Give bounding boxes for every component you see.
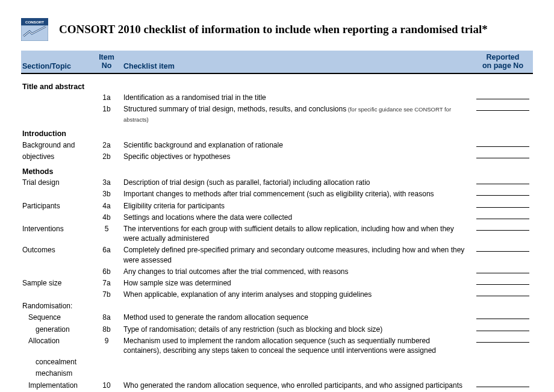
- row-description: Type of randomisation; details of any re…: [119, 325, 473, 334]
- table-row: 7bWhen applicable, explanation of any in…: [21, 289, 533, 300]
- table-row: generation8bType of randomisation; detai…: [21, 323, 533, 335]
- row-description: Structured summary of trial design, meth…: [119, 104, 473, 123]
- section-heading: Methods: [21, 163, 533, 177]
- header-reported: Reportedon page No: [473, 53, 533, 70]
- row-topic: mechanism: [21, 369, 95, 378]
- row-item-no: 5: [95, 224, 119, 234]
- row-item-no: 2b: [95, 152, 119, 161]
- row-item-no: 7b: [95, 290, 119, 299]
- row-topic: Sample size: [21, 278, 95, 288]
- row-reported-blank: [473, 178, 533, 184]
- row-reported-blank: [473, 381, 533, 387]
- fill-in-line[interactable]: [476, 331, 529, 331]
- row-item-no: 1a: [95, 93, 119, 102]
- row-topic: generation: [21, 325, 95, 334]
- fill-in-line[interactable]: [476, 230, 529, 231]
- table-row: Allocation9Mechanism used to implement t…: [21, 335, 533, 356]
- row-item-no: 3b: [95, 189, 119, 199]
- row-item-no: 8b: [95, 325, 119, 334]
- table-row: Interventions5The interventions for each…: [21, 223, 533, 244]
- row-reported-blank: [473, 140, 533, 147]
- row-item-no: 2a: [95, 140, 119, 150]
- section-heading: Title and abstract: [21, 78, 533, 92]
- row-topic: Sequence: [21, 313, 95, 322]
- row-reported-blank: [473, 104, 533, 111]
- row-reported-blank: [473, 224, 533, 231]
- row-item-no: 3a: [95, 178, 119, 187]
- header-checklist: Checklist item: [119, 62, 473, 70]
- row-reported-blank: [473, 325, 533, 331]
- row-description: Important changes to methods after trial…: [119, 189, 473, 199]
- row-item-no: 7a: [95, 278, 119, 288]
- fill-in-line[interactable]: [476, 99, 529, 99]
- row-description: How sample size was determined: [119, 278, 473, 288]
- row-description: Specific objectives or hypotheses: [119, 152, 473, 161]
- row-description: Who generated the random allocation sequ…: [119, 381, 473, 392]
- row-description: Eligibility criteria for participants: [119, 201, 473, 211]
- table-row: mechanism: [21, 368, 533, 379]
- row-description: Scientific background and explanation of…: [119, 140, 473, 150]
- row-reported-blank: [473, 189, 533, 196]
- fill-in-line[interactable]: [476, 284, 529, 285]
- row-topic: Participants: [21, 201, 95, 211]
- row-item-no: 6b: [95, 267, 119, 276]
- row-description: Settings and locations where the data we…: [119, 213, 473, 222]
- row-item-no: 4a: [95, 201, 119, 211]
- fill-in-line[interactable]: [476, 296, 529, 296]
- table-row: Trial design3aDescription of trial desig…: [21, 177, 533, 188]
- table-row: 6bAny changes to trial outcomes after th…: [21, 266, 533, 277]
- fill-in-line[interactable]: [476, 319, 529, 319]
- section-heading: Introduction: [21, 125, 533, 139]
- table-row: Implementation10Who generated the random…: [21, 379, 533, 392]
- row-item-no: 10: [95, 381, 119, 390]
- header-section: Section/Topic: [21, 62, 95, 70]
- row-reported-blank: [473, 313, 533, 319]
- row-reported-blank: [473, 213, 533, 219]
- row-reported-blank: [473, 290, 533, 296]
- consort-logo: CONSORT: [21, 18, 48, 41]
- row-reported-blank: [473, 369, 533, 375]
- row-reported-blank: [473, 336, 533, 343]
- fill-in-line[interactable]: [476, 158, 529, 158]
- table-row: 3bImportant changes to methods after tri…: [21, 188, 533, 200]
- table-row: 1aIdentification as a randomised trial i…: [21, 92, 533, 104]
- row-topic: Interventions: [21, 224, 95, 234]
- row-reported-blank: [473, 357, 533, 363]
- fill-in-line[interactable]: [476, 146, 529, 147]
- table-row: Sample size7aHow sample size was determi…: [21, 277, 533, 288]
- row-topic: Allocation: [21, 336, 95, 346]
- row-description: Mechanism used to implement the random a…: [119, 336, 473, 355]
- fill-in-line[interactable]: [476, 342, 529, 343]
- fill-in-line[interactable]: [476, 251, 529, 252]
- fill-in-line[interactable]: [476, 219, 529, 219]
- row-topic: Outcomes: [21, 245, 95, 255]
- row-reported-blank: [473, 278, 533, 285]
- table-header: Section/Topic ItemNo Checklist item Repo…: [21, 51, 533, 74]
- row-item-no: 6a: [95, 245, 119, 255]
- row-topic: concealment: [21, 357, 95, 367]
- row-reported-blank: [473, 201, 533, 208]
- table-row: objectives2bSpecific objectives or hypot…: [21, 151, 533, 163]
- row-footnote: (for specific guidance see CONSORT for a…: [123, 106, 451, 122]
- fill-in-line[interactable]: [476, 195, 529, 196]
- top-row: CONSORT CONSORT 2010 checklist of inform…: [21, 18, 533, 41]
- fill-in-line[interactable]: [476, 207, 529, 208]
- row-reported-blank: [473, 301, 533, 307]
- table-row: concealment: [21, 356, 533, 368]
- table-row: 1bStructured summary of trial design, me…: [21, 104, 533, 125]
- svg-text:CONSORT: CONSORT: [25, 20, 44, 24]
- row-topic: objectives: [21, 152, 95, 161]
- row-description: Any changes to trial outcomes after the …: [119, 267, 473, 276]
- row-topic: Implementation: [21, 381, 95, 390]
- table-row: 4bSettings and locations where the data …: [21, 211, 533, 223]
- row-reported-blank: [473, 267, 533, 273]
- fill-in-line[interactable]: [476, 273, 529, 273]
- row-topic: Background and: [21, 140, 95, 150]
- page-title: CONSORT 2010 checklist of information to…: [59, 23, 488, 36]
- row-description: Description of trial design (such as par…: [119, 178, 473, 187]
- fill-in-line[interactable]: [476, 110, 529, 111]
- row-item-no: 9: [95, 336, 119, 346]
- fill-in-line[interactable]: [476, 387, 529, 387]
- row-topic: Trial design: [21, 178, 95, 187]
- fill-in-line[interactable]: [476, 184, 529, 184]
